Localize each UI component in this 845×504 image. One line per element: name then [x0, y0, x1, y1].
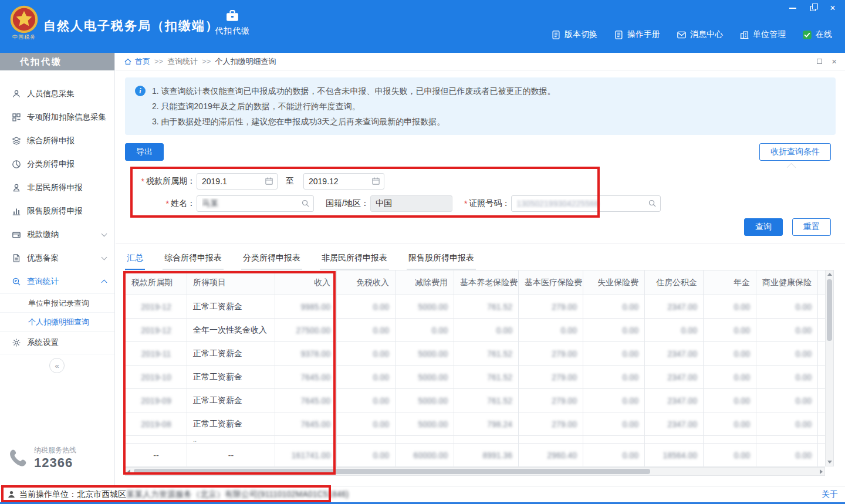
scroll-left-arrow-icon[interactable] [127, 469, 130, 474]
breadcrumb-home[interactable]: 首页 [135, 56, 150, 67]
amount-cell-text: 5000.00 [418, 349, 448, 358]
breadcrumb-separator: >> [202, 57, 211, 66]
period-cell: 2019-09 [126, 389, 187, 412]
export-button[interactable]: 导出 [125, 143, 164, 161]
breadcrumb-separator: >> [154, 57, 163, 66]
amount-cell: 0.00 [756, 412, 818, 436]
period-cell: 2019-08 [126, 412, 187, 436]
chevron-down-icon [102, 255, 107, 261]
column-header-text: 商业健康保险 [762, 278, 812, 287]
name-input[interactable] [197, 195, 314, 212]
restore-icon[interactable] [809, 4, 817, 12]
period-cell: 2019-11 [126, 342, 187, 366]
module-tab-withholding[interactable]: 代扣代缴 [207, 9, 258, 36]
amount-cell-text: 0.00 [373, 373, 389, 382]
vertical-scrollbar[interactable] [825, 270, 834, 466]
horizontal-scrollbar[interactable] [125, 467, 825, 476]
amount-cell-text: 5000.00 [418, 302, 448, 312]
panel-window-controls [817, 57, 837, 66]
amount-cell: 0.00 [583, 444, 645, 467]
notice-lines: 1. 该查询统计表仅能查询已申报成功的数据，不包含未申报、申报失败，已申报但已作… [152, 83, 826, 129]
amount-cell-text: 761.52 [487, 302, 512, 312]
calendar-icon[interactable] [371, 177, 380, 185]
about-link[interactable]: 关于 [822, 489, 838, 500]
close-icon[interactable] [829, 4, 837, 12]
sidebar-item-tax-payment[interactable]: 税款缴纳 [0, 223, 114, 246]
panel-restore-icon[interactable] [817, 59, 822, 64]
reset-button[interactable]: 重置 [792, 218, 831, 236]
header-link-message-center[interactable]: 消息中心 [677, 29, 723, 40]
amount-cell: 2347.00 [645, 295, 704, 319]
amount-cell-text: 0.00 [623, 451, 638, 460]
column-header: 失业保险费 [583, 270, 645, 295]
amount-cell-text: 279.00 [552, 373, 577, 382]
header-link-version-switch[interactable]: 版本切换 [551, 29, 597, 40]
sidebar-item-comprehensive-income[interactable]: 综合所得申报 [0, 129, 114, 153]
table-row: 2019-10正常工资薪金7645.000.005000.00761.52279… [126, 366, 826, 389]
minimize-icon[interactable] [789, 4, 797, 12]
sidebar-item-system-settings[interactable]: 系统设置 [0, 331, 114, 354]
search-icon[interactable] [301, 199, 310, 208]
amount-cell [583, 436, 645, 444]
amount-cell-text: 0.00 [734, 302, 750, 312]
amount-cell: 18564.00 [645, 444, 704, 467]
sidebar-item-classified-income[interactable]: 分类所得申报 [0, 153, 114, 176]
scroll-up-arrow-icon[interactable] [827, 273, 832, 276]
scroll-down-arrow-icon[interactable] [827, 461, 832, 464]
tab-classified[interactable]: 分类所得申报表 [241, 248, 302, 270]
sidebar-item-restricted-shares[interactable]: 限售股所得申报 [0, 199, 114, 223]
hotline-phone-icon [7, 447, 29, 469]
region-input[interactable] [370, 195, 452, 212]
scroll-right-arrow-icon[interactable] [820, 469, 823, 474]
amount-cell-text: 0.00 [373, 396, 389, 405]
sidebar-item-preference-filing[interactable]: 优惠备案 [0, 246, 114, 270]
sidebar-item-nonresident-income[interactable]: 非居民所得申报 [0, 176, 114, 199]
tab-comprehensive[interactable]: 综合所得申报表 [163, 248, 224, 270]
column-header-text: 住房公积金 [656, 278, 697, 287]
amount-cell: 0.00 [756, 389, 818, 412]
id-number-input[interactable] [511, 195, 661, 212]
amount-cell: 0.00 [818, 412, 826, 436]
amount-cell: 279.00 [519, 389, 583, 412]
required-asterisk: * [166, 199, 169, 208]
sidebar-item-label: 人员信息采集 [27, 89, 75, 99]
tab-summary[interactable]: 汇总 [125, 248, 145, 270]
amount-cell-text: 0.00 [373, 451, 389, 460]
breadcrumb-items: >>查询统计>>个人扣缴明细查询 [150, 56, 276, 67]
sidebar-item-query-statistics[interactable]: 查询统计 [0, 270, 114, 293]
sidebar-item-special-deduction[interactable]: 专项附加扣除信息采集 [0, 106, 114, 129]
vertical-scroll-thumb[interactable] [827, 279, 832, 341]
header-link-unit-management[interactable]: 单位管理 [739, 29, 786, 40]
amount-cell: 0.00 [818, 366, 826, 389]
breadcrumb-item: 个人扣缴明细查询 [215, 56, 276, 67]
horizontal-scroll-thumb[interactable] [134, 469, 650, 474]
sidebar-item-personnel-info[interactable]: 人员信息采集 [0, 82, 114, 106]
amount-cell-text: 2347.00 [667, 302, 697, 312]
amount-cell-text: 2347.00 [667, 373, 697, 382]
app-window: 中国税务 自然人电子税务局（扣缴端） 代扣代缴 版本切换操作手册消息中心单位管理… [0, 0, 845, 504]
header-link-manual[interactable]: 操作手册 [614, 29, 660, 40]
panel-close-icon[interactable] [832, 57, 837, 66]
amount-cell [337, 436, 396, 444]
current-unit-label: 当前操作单位： [19, 489, 77, 500]
amount-cell-text: 0.00 [796, 451, 812, 460]
collapse-query-button[interactable]: 收折查询条件 [759, 143, 831, 161]
amount-cell-text: 0.00 [734, 396, 750, 405]
amount-cell: 0.00 [337, 389, 396, 412]
tab-nonresident[interactable]: 非居民所得申报表 [320, 248, 389, 270]
sidebar-collapse-button[interactable]: « [49, 358, 65, 373]
amount-cell: 0.00 [704, 412, 756, 436]
notice-box: 1. 该查询统计表仅能查询已申报成功的数据，不包含未申报、申报失败，已申报但已作… [125, 77, 836, 135]
amount-cell: 0.00 [756, 366, 818, 389]
header-link-online-status[interactable]: 在线 [802, 29, 832, 40]
tab-restricted-shares[interactable]: 限售股所得申报表 [407, 248, 476, 270]
search-button[interactable]: 查询 [744, 218, 783, 236]
sidebar-subitem-personal-withholding-detail-query[interactable]: 个人扣缴明细查询 [0, 312, 114, 331]
sidebar-subitem-unit-declaration-query[interactable]: 单位申报记录查询 [0, 293, 114, 312]
id-number-field [511, 195, 661, 212]
period-to-label: 至 [286, 176, 294, 187]
income-item-cell: 正常工资薪金 [187, 295, 275, 319]
search-icon[interactable] [648, 199, 657, 208]
calendar-icon[interactable] [265, 177, 273, 185]
sidebar-item-label: 税款缴纳 [27, 229, 59, 240]
